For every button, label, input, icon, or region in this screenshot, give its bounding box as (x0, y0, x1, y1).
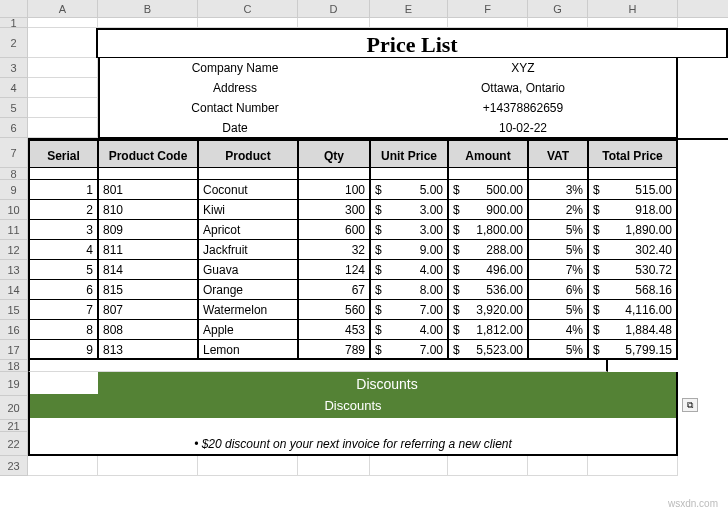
cell-code[interactable]: 801 (98, 180, 198, 200)
cell-total[interactable]: $5,799.15 (588, 340, 678, 360)
row-header-20[interactable]: 20 (0, 396, 28, 420)
cell-unit-price[interactable]: $8.00 (370, 280, 448, 300)
cell-amount[interactable]: $3,920.00 (448, 300, 528, 320)
info-value[interactable]: Ottawa, Ontario (370, 78, 678, 98)
cell[interactable] (198, 18, 298, 28)
row-header-16[interactable]: 16 (0, 320, 28, 340)
col-header-f[interactable]: F (448, 0, 528, 17)
row-header-5[interactable]: 5 (0, 98, 28, 118)
cell-total[interactable]: $530.72 (588, 260, 678, 280)
row-header-9[interactable]: 9 (0, 180, 28, 200)
cell-amount[interactable]: $288.00 (448, 240, 528, 260)
cell-product[interactable]: Jackfruit (198, 240, 298, 260)
cell-unit-price[interactable]: $5.00 (370, 180, 448, 200)
col-product-code[interactable]: Product Code (98, 140, 198, 168)
cell[interactable] (588, 456, 678, 476)
cell-vat[interactable]: 5% (528, 340, 588, 360)
col-qty[interactable]: Qty (298, 140, 370, 168)
select-all-corner[interactable] (0, 0, 28, 17)
cell-qty[interactable]: 124 (298, 260, 370, 280)
cell[interactable] (588, 168, 678, 180)
discounts-header-overlay[interactable]: Discounts (28, 394, 678, 418)
cell[interactable] (198, 456, 298, 476)
col-header-e[interactable]: E (370, 0, 448, 17)
cell-serial[interactable]: 8 (28, 320, 98, 340)
cell-amount[interactable]: $1,812.00 (448, 320, 528, 340)
col-amount[interactable]: Amount (448, 140, 528, 168)
col-header-h[interactable]: H (588, 0, 678, 17)
cell[interactable] (28, 18, 98, 28)
row-header-10[interactable]: 10 (0, 200, 28, 220)
cell[interactable] (448, 18, 528, 28)
cell[interactable] (528, 18, 588, 28)
cell-code[interactable]: 811 (98, 240, 198, 260)
cell-total[interactable]: $568.16 (588, 280, 678, 300)
cell-serial[interactable]: 4 (28, 240, 98, 260)
row-header-17[interactable]: 17 (0, 340, 28, 360)
cell[interactable] (370, 456, 448, 476)
cell[interactable] (98, 18, 198, 28)
cell-qty[interactable]: 32 (298, 240, 370, 260)
col-header-d[interactable]: D (298, 0, 370, 17)
cell-code[interactable]: 809 (98, 220, 198, 240)
cell-code[interactable]: 813 (98, 340, 198, 360)
cell[interactable] (528, 456, 588, 476)
row-header-11[interactable]: 11 (0, 220, 28, 240)
cell-product[interactable]: Orange (198, 280, 298, 300)
cell-product[interactable]: Apricot (198, 220, 298, 240)
cell-total[interactable]: $515.00 (588, 180, 678, 200)
cell[interactable] (28, 28, 96, 58)
cell-serial[interactable]: 9 (28, 340, 98, 360)
quick-analysis-icon[interactable]: ⧉ (682, 398, 698, 412)
cell-vat[interactable]: 5% (528, 240, 588, 260)
cell-amount[interactable]: $1,800.00 (448, 220, 528, 240)
cell[interactable] (198, 168, 298, 180)
cell-amount[interactable]: $496.00 (448, 260, 528, 280)
cell-qty[interactable]: 67 (298, 280, 370, 300)
cell-code[interactable]: 815 (98, 280, 198, 300)
cell-qty[interactable]: 789 (298, 340, 370, 360)
row-header-8[interactable]: 8 (0, 168, 28, 180)
row-header-3[interactable]: 3 (0, 58, 28, 78)
cell-serial[interactable]: 7 (28, 300, 98, 320)
cell-total[interactable]: $1,884.48 (588, 320, 678, 340)
row-header-12[interactable]: 12 (0, 240, 28, 260)
cell[interactable] (98, 360, 608, 372)
cell-qty[interactable]: 453 (298, 320, 370, 340)
row-header-2[interactable]: 2 (0, 28, 28, 58)
discounts-header[interactable]: Discounts (98, 372, 678, 396)
info-label[interactable]: Contact Number (98, 98, 370, 118)
discount-text[interactable]: • $20 discount on your next invoice for … (28, 432, 678, 456)
cell[interactable] (28, 118, 98, 138)
cell[interactable] (588, 18, 678, 28)
cell[interactable] (28, 456, 98, 476)
cell-qty[interactable]: 560 (298, 300, 370, 320)
cell[interactable] (28, 168, 98, 180)
cell-unit-price[interactable]: $3.00 (370, 220, 448, 240)
row-header-7[interactable]: 7 (0, 138, 28, 168)
cell-unit-price[interactable]: $7.00 (370, 300, 448, 320)
row-header-4[interactable]: 4 (0, 78, 28, 98)
cell[interactable] (98, 168, 198, 180)
row-header-22[interactable]: 22 (0, 432, 28, 456)
row-header-1[interactable]: 1 (0, 18, 28, 28)
cell-unit-price[interactable]: $9.00 (370, 240, 448, 260)
cell-product[interactable]: Watermelon (198, 300, 298, 320)
info-value[interactable]: 10-02-22 (370, 118, 678, 138)
col-product[interactable]: Product (198, 140, 298, 168)
cell-serial[interactable]: 3 (28, 220, 98, 240)
col-header-b[interactable]: B (98, 0, 198, 17)
cell-unit-price[interactable]: $4.00 (370, 260, 448, 280)
info-label[interactable]: Company Name (98, 58, 370, 78)
cell-amount[interactable]: $5,523.00 (448, 340, 528, 360)
cell[interactable] (370, 18, 448, 28)
cell-total[interactable]: $4,116.00 (588, 300, 678, 320)
info-value[interactable]: XYZ (370, 58, 678, 78)
cell[interactable] (28, 78, 98, 98)
cell[interactable] (28, 420, 678, 432)
cell-serial[interactable]: 1 (28, 180, 98, 200)
cell-product[interactable]: Coconut (198, 180, 298, 200)
cell-vat[interactable]: 4% (528, 320, 588, 340)
col-vat[interactable]: VAT (528, 140, 588, 168)
cell-vat[interactable]: 5% (528, 300, 588, 320)
